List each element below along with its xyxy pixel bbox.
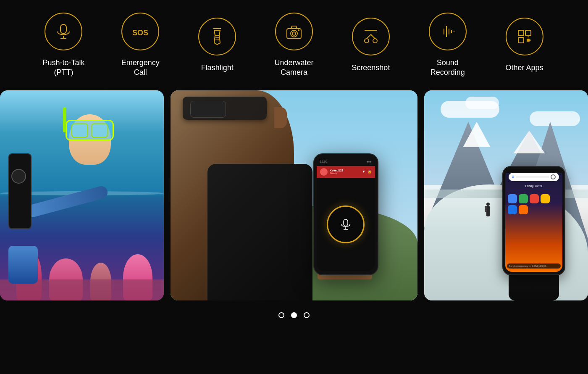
- svg-line-13: [367, 34, 371, 39]
- other-apps-label: Other Apps: [506, 63, 543, 73]
- svg-point-11: [365, 39, 369, 43]
- icon-item-other-apps[interactable]: Other Apps: [486, 18, 563, 73]
- other-apps-icon-circle: [506, 18, 543, 55]
- carousel-pagination: [0, 300, 588, 327]
- svg-rect-24: [518, 37, 524, 43]
- icon-item-sound-recording[interactable]: SoundRecording: [409, 13, 486, 78]
- flashlight-label: Flashlight: [201, 63, 234, 73]
- sound-recording-label: SoundRecording: [430, 58, 465, 78]
- underwater-card: [0, 90, 164, 300]
- underwater-camera-label: UnderwaterCamera: [274, 58, 313, 78]
- ptt-label: Push-to-Talk(PTT): [42, 58, 84, 78]
- icon-item-emergency[interactable]: SOS EmergencyCall: [102, 13, 179, 78]
- sos-icon: SOS: [131, 22, 150, 41]
- icon-item-ptt[interactable]: Push-to-Talk(PTT): [25, 13, 102, 78]
- waveform-icon: [438, 22, 457, 41]
- emergency-icon-circle: SOS: [121, 13, 159, 50]
- icon-item-underwater-camera[interactable]: UnderwaterCamera: [256, 13, 333, 78]
- pagination-dot-2[interactable]: [291, 312, 297, 318]
- svg-rect-28: [344, 219, 348, 226]
- svg-rect-0: [60, 24, 66, 34]
- feature-cards-section: 12:00 ●●● Keveti123 Standy ▼ 🔒: [0, 90, 588, 300]
- screenshot-label: Screenshot: [352, 63, 390, 73]
- screenshot-icon-circle: [352, 18, 390, 55]
- svg-point-8: [291, 30, 297, 37]
- emergency-label: EmergencyCall: [121, 58, 160, 78]
- svg-text:SOS: SOS: [132, 29, 148, 37]
- flashlight-icon-circle: [198, 18, 236, 55]
- icon-item-screenshot[interactable]: Screenshot: [332, 18, 409, 73]
- mountain-image: G Friday, Oct 9: [424, 90, 588, 300]
- svg-rect-25: [527, 39, 530, 42]
- flashlight-icon: [207, 27, 227, 46]
- icon-item-flashlight[interactable]: Flashlight: [179, 18, 256, 73]
- svg-point-12: [373, 39, 377, 43]
- svg-rect-22: [518, 30, 524, 36]
- features-icons-bar: Push-to-Talk(PTT) SOS EmergencyCall Flas…: [0, 0, 588, 90]
- mountain-card: G Friday, Oct 9: [424, 90, 588, 300]
- svg-line-14: [371, 34, 375, 39]
- microphone-icon: [54, 22, 73, 41]
- svg-point-9: [292, 32, 296, 35]
- sound-recording-icon-circle: [429, 13, 467, 50]
- pagination-dot-3[interactable]: [304, 312, 310, 318]
- scissors-icon: [361, 27, 381, 46]
- svg-rect-23: [525, 30, 531, 36]
- ptt-card: 12:00 ●●● Keveti123 Standy ▼ 🔒: [171, 90, 417, 300]
- underwater-image: [0, 90, 164, 300]
- underwater-camera-icon-circle: [275, 13, 313, 50]
- grid-icon: [515, 27, 534, 46]
- pagination-dot-1[interactable]: [278, 312, 284, 318]
- camera-icon: [284, 22, 304, 41]
- svg-point-10: [298, 29, 299, 31]
- ptt-icon-circle: [45, 13, 82, 50]
- ptt-image: 12:00 ●●● Keveti123 Standy ▼ 🔒: [171, 90, 417, 300]
